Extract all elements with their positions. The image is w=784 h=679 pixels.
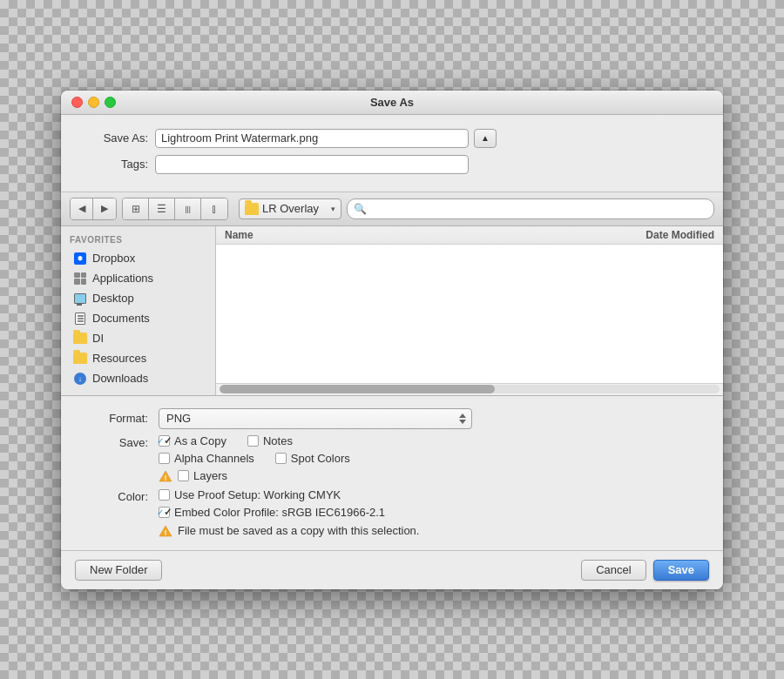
sidebar-item-dropbox[interactable]: Dropbox	[64, 249, 212, 268]
search-icon: 🔍	[354, 203, 367, 215]
column-view-button[interactable]: ⫼	[175, 198, 201, 219]
sidebar-label-di: DI	[92, 332, 104, 345]
col-name-header: Name	[225, 229, 253, 241]
title-bar: Save As	[61, 91, 723, 115]
icon-view-button[interactable]: ⊞	[123, 198, 149, 219]
search-input[interactable]	[347, 198, 714, 219]
footer-right-buttons: Cancel Save	[581, 560, 709, 581]
applications-icon	[73, 272, 87, 286]
sidebar-item-desktop[interactable]: Desktop	[64, 289, 212, 308]
dropdown-arrow-icon: ▾	[331, 205, 335, 213]
sidebar-item-documents[interactable]: Documents	[64, 309, 212, 328]
notes-label: Notes	[263, 434, 293, 447]
horizontal-scrollbar[interactable]	[216, 383, 723, 395]
svg-text:!: !	[165, 474, 167, 482]
checkbox-as-copy: ✓ As a Copy	[159, 434, 226, 447]
notes-checkbox[interactable]	[247, 435, 259, 447]
save-button[interactable]: Save	[653, 560, 709, 581]
alpha-channels-checkbox[interactable]	[159, 453, 170, 464]
nav-button-group: ◀ ▶	[70, 198, 117, 220]
proof-setup-label: Use Proof Setup: Working CMYK	[174, 488, 341, 501]
checkbox-spot-colors: Spot Colors	[275, 452, 350, 465]
format-select-wrap: PNG	[159, 408, 472, 429]
save-checkbox-row2: Alpha Channels Spot Colors	[159, 452, 350, 465]
main-panel: FAVORITES Dropbox	[61, 226, 723, 396]
warning-icon: !	[159, 524, 172, 538]
layers-warning-icon-wrap: !	[159, 469, 172, 483]
save-options-row: Save: ✓ As a Copy Notes	[78, 434, 706, 483]
sidebar-label-applications: Applications	[92, 272, 153, 285]
options-panel: Format: PNG Save: ✓ As a Cop	[61, 396, 723, 551]
format-label: Format:	[78, 412, 148, 425]
tags-input[interactable]	[155, 155, 469, 174]
sidebar-item-resources[interactable]: Resources	[64, 349, 212, 368]
embed-color-item: ✓ Embed Color Profile: sRGB IEC61966-2.1	[159, 506, 385, 519]
documents-icon	[73, 312, 87, 326]
format-select[interactable]: PNG	[159, 408, 472, 429]
as-copy-label: As a Copy	[174, 434, 226, 447]
select-arrow-icon	[459, 413, 466, 424]
layers-label: Layers	[193, 469, 227, 482]
dropbox-icon	[73, 252, 87, 266]
close-button[interactable]	[71, 97, 83, 108]
save-label: Save:	[78, 436, 148, 449]
sidebar-label-dropbox: Dropbox	[92, 252, 135, 265]
folder-icon	[245, 203, 259, 215]
sidebar-label-desktop: Desktop	[92, 292, 134, 305]
embed-color-checkbox[interactable]: ✓	[159, 507, 170, 518]
color-label: Color:	[78, 490, 148, 503]
maximize-button[interactable]	[105, 97, 116, 108]
proof-setup-checkbox[interactable]	[159, 489, 170, 501]
col-date-header: Date Modified	[645, 229, 714, 241]
save-as-dialog: Save As Save As: ▲ Tags: ◀ ▶ ⊞ ☰ ⫼ ⫿ LR …	[61, 91, 723, 589]
forward-button[interactable]: ▶	[93, 198, 116, 219]
scroll-thumb	[220, 385, 495, 393]
as-copy-checkbox[interactable]: ✓	[159, 435, 170, 447]
resources-folder-icon	[73, 352, 87, 366]
cancel-button[interactable]: Cancel	[581, 560, 645, 581]
downloads-icon: ↓	[73, 372, 87, 386]
sidebar-label-downloads: Downloads	[92, 372, 148, 385]
new-folder-button[interactable]: New Folder	[75, 560, 162, 581]
minimize-button[interactable]	[88, 97, 99, 108]
sidebar-item-di[interactable]: DI	[64, 329, 212, 348]
save-area: Save As: ▲ Tags:	[61, 115, 723, 192]
save-as-label: Save As:	[78, 131, 148, 145]
save-as-input[interactable]	[155, 129, 469, 148]
save-checkbox-row1: ✓ As a Copy Notes	[159, 434, 350, 447]
sidebar-label-documents: Documents	[92, 312, 150, 325]
list-view-button[interactable]: ☰	[149, 198, 175, 219]
sidebar-item-downloads[interactable]: ↓ Downloads	[64, 369, 212, 388]
scroll-track	[220, 385, 720, 393]
checkbox-layers: Layers	[178, 469, 227, 482]
proof-setup-item: Use Proof Setup: Working CMYK	[159, 488, 385, 501]
spot-colors-checkbox[interactable]	[275, 453, 287, 464]
path-dropdown[interactable]: LR Overlay ▾	[239, 198, 341, 219]
sidebar: FAVORITES Dropbox	[61, 226, 216, 395]
traffic-lights	[71, 97, 116, 108]
warning-triangle-icon: !	[159, 469, 172, 483]
di-folder-icon	[73, 332, 87, 346]
search-wrapper: 🔍	[347, 198, 714, 219]
format-value: PNG	[166, 412, 191, 425]
coverflow-view-button[interactable]: ⫿	[201, 198, 227, 219]
save-checkbox-row3: ! Layers	[159, 469, 350, 483]
file-list-wrapper: Name Date Modified	[216, 226, 723, 395]
up-folder-button[interactable]: ▲	[474, 129, 497, 148]
toolbar: ◀ ▶ ⊞ ☰ ⫼ ⫿ LR Overlay ▾ 🔍	[61, 192, 723, 226]
tags-row: Tags:	[78, 155, 706, 174]
file-list-header: Name Date Modified	[216, 226, 723, 245]
file-list-content	[216, 245, 723, 393]
embed-color-label: Embed Color Profile: sRGB IEC61966-2.1	[174, 506, 385, 519]
sidebar-section-favorites: FAVORITES	[61, 232, 215, 248]
checkbox-alpha-channels: Alpha Channels	[159, 452, 254, 465]
color-row: Color: Use Proof Setup: Working CMYK ✓ E…	[78, 488, 706, 519]
path-label: LR Overlay	[262, 202, 319, 215]
desktop-icon	[73, 292, 87, 306]
layers-checkbox[interactable]	[178, 470, 189, 481]
format-row: Format: PNG	[78, 408, 706, 429]
back-button[interactable]: ◀	[71, 198, 93, 219]
sidebar-item-applications[interactable]: Applications	[64, 269, 212, 288]
spot-colors-label: Spot Colors	[291, 452, 350, 465]
alpha-channels-label: Alpha Channels	[174, 452, 254, 465]
